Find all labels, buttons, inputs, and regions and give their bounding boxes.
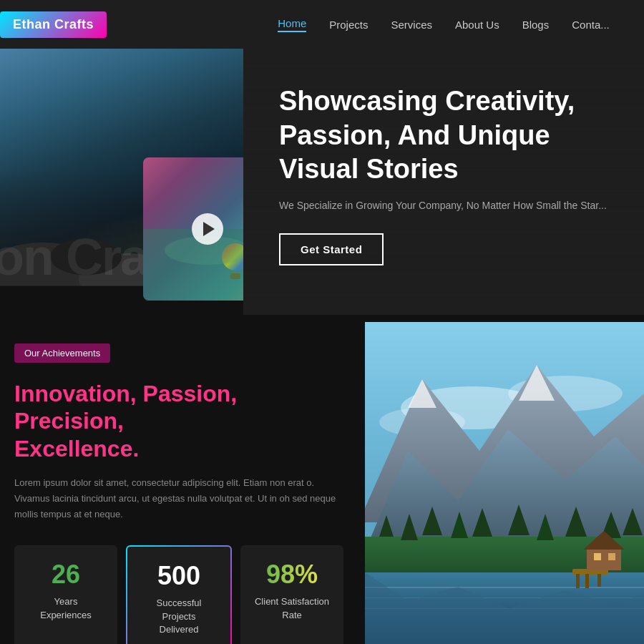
- nav-item-about[interactable]: About Us: [455, 19, 499, 31]
- heading-line2: Excellence.: [14, 436, 139, 462]
- nav-item-services[interactable]: Services: [391, 19, 432, 31]
- get-started-button[interactable]: Get Started: [279, 233, 384, 265]
- nav-item-blogs[interactable]: Blogs: [522, 19, 550, 31]
- achievements-badge: Our Achievements: [14, 343, 110, 363]
- hero-image-panel: on Cra: [0, 49, 243, 315]
- logo[interactable]: Ethan Crafts: [0, 11, 107, 38]
- svg-rect-35: [587, 547, 621, 570]
- achievements-section: Our Achievements Innovation, Passion, Pr…: [0, 315, 644, 644]
- hero-section: on Cra Showcasing Creativity, Passion,: [0, 49, 644, 315]
- stat-number-years: 26: [26, 560, 106, 590]
- achievements-right-image: [365, 315, 644, 644]
- hero-title: Showcasing Creativity, Passion, And Uniq…: [279, 84, 630, 187]
- video-card-background: [143, 157, 243, 301]
- svg-rect-38: [608, 553, 615, 560]
- svg-rect-28: [365, 597, 644, 598]
- achievements-body: Lorem ipsum dolor sit amet, consectetur …: [14, 475, 343, 522]
- play-button[interactable]: [192, 213, 223, 245]
- svg-rect-33: [585, 574, 589, 588]
- nav-item-projects[interactable]: Projects: [329, 19, 368, 31]
- logo-area: Ethan Crafts: [0, 0, 243, 49]
- svg-rect-37: [594, 553, 601, 560]
- svg-rect-27: [365, 587, 644, 588]
- svg-rect-34: [597, 574, 601, 587]
- svg-rect-32: [576, 574, 580, 588]
- heading-line1: Innovation, Passion, Precision,: [14, 381, 237, 434]
- stat-card-satisfaction: 98% Client SatisfactionRate: [240, 545, 343, 644]
- stat-card-projects: 500 Successful ProjectsDelivered: [126, 545, 232, 644]
- navigation: Home Projects Services About Us Blogs Co…: [243, 17, 644, 32]
- play-icon: [203, 222, 215, 236]
- stat-label-projects: Successful ProjectsDelivered: [139, 597, 219, 636]
- hero-watermark: on Cra: [0, 228, 147, 286]
- stat-label-years: YearsExperiences: [26, 595, 106, 621]
- video-card[interactable]: [143, 157, 243, 301]
- nav-item-home[interactable]: Home: [278, 17, 306, 32]
- header: Ethan Crafts Home Projects Services Abou…: [0, 0, 644, 49]
- hero-subtitle: We Specialize in Growing Your Company, N…: [279, 198, 630, 213]
- nav-item-contact[interactable]: Conta...: [572, 19, 610, 31]
- stat-number-projects: 500: [139, 561, 219, 591]
- stats-row: 26 YearsExperiences 500 Successful Proje…: [14, 545, 343, 644]
- hero-content: Showcasing Creativity, Passion, And Uniq…: [243, 49, 644, 315]
- stat-card-years: 26 YearsExperiences: [14, 545, 117, 644]
- mountain-lake-image: [365, 322, 644, 644]
- achievements-left-panel: Our Achievements Innovation, Passion, Pr…: [0, 315, 365, 644]
- achievements-heading: Innovation, Passion, Precision, Excellen…: [14, 380, 343, 462]
- stat-label-satisfaction: Client SatisfactionRate: [252, 595, 332, 621]
- stat-number-satisfaction: 98%: [252, 560, 332, 590]
